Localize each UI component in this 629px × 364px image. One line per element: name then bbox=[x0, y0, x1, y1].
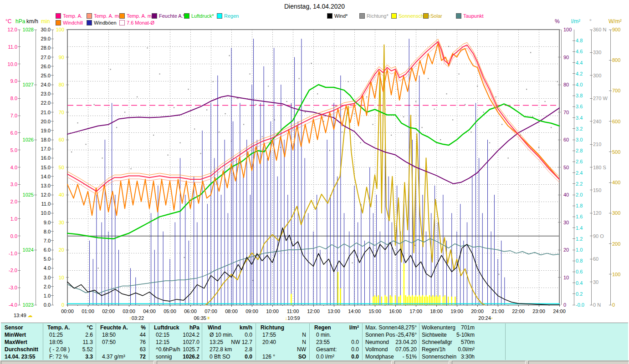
axis-tick-label: 1.2 bbox=[576, 236, 583, 242]
axis-tick-label: -3.0 bbox=[9, 285, 17, 290]
statusbar-panel bbox=[394, 361, 449, 364]
axis-tick-label: 1.0 bbox=[10, 216, 17, 222]
table-divider bbox=[149, 324, 149, 360]
axis-tick-label: 0.4 bbox=[576, 280, 583, 286]
x-axis-label: 23:00 bbox=[532, 308, 545, 314]
axis-tick-label: 2.0 bbox=[10, 199, 17, 204]
axis-tick-label: 20.0 bbox=[41, 119, 51, 124]
axis-tick-label: 8.0 bbox=[10, 96, 17, 101]
axis-tick-label: 6.0 bbox=[44, 247, 51, 253]
table-divider bbox=[309, 324, 310, 360]
axis-tick-label: 1024 bbox=[23, 247, 34, 253]
x-axis-label: 16:00 bbox=[389, 308, 402, 314]
table-divider bbox=[505, 324, 506, 360]
axis-tick-label: 4.2 bbox=[576, 71, 583, 76]
sun-moon-markers: ↑03:2206:35☀↓10:5920:24▫ bbox=[129, 315, 493, 321]
table-divider bbox=[43, 324, 43, 360]
x-axis-label: 17:00 bbox=[409, 308, 422, 314]
x-axis-label: 19:00 bbox=[450, 308, 463, 314]
axis-tick-label: -0.0 bbox=[576, 302, 584, 308]
axis-tick-label: 20 bbox=[563, 247, 569, 253]
x-axis-label: 12:00 bbox=[307, 308, 320, 314]
axis-tick-label: 23.0 bbox=[41, 91, 51, 96]
table-cell: Sensor bbox=[5, 324, 23, 331]
axis-tick-label: 0 N bbox=[593, 302, 601, 308]
axis-tick-label: 0.0 bbox=[10, 233, 17, 239]
table-divider bbox=[96, 324, 96, 360]
axis-tick-label: 1.6 bbox=[576, 214, 583, 219]
x-axis-label: 18:00 bbox=[430, 308, 443, 314]
axis-tick-label: 80 bbox=[59, 82, 64, 87]
statusbar-panel bbox=[528, 361, 629, 364]
axis-tick-label: 5.0 bbox=[10, 147, 17, 153]
axis-tick-label: 4.6 bbox=[576, 49, 583, 54]
sun-outline-icon: ▫ bbox=[491, 315, 493, 321]
axis-tick-label: 4.0 bbox=[44, 265, 51, 271]
statusbar-panel bbox=[1, 361, 154, 364]
axis-tick-label: 60 bbox=[59, 137, 64, 142]
axis-tick-label: 19.0 bbox=[41, 128, 51, 133]
axis-tick-label: 60 bbox=[563, 137, 569, 142]
astro-time-marker: ↓10:59 bbox=[285, 315, 300, 321]
x-axis-label: 03:00 bbox=[123, 308, 135, 314]
x-axis-label: 09:00 bbox=[245, 308, 258, 314]
axis-tick-label: 14.0 bbox=[41, 174, 51, 179]
axis-tick-label: 150 bbox=[593, 187, 601, 193]
axis-tick-label: 9.0 bbox=[44, 220, 51, 225]
table-cell: Richtung bbox=[261, 324, 284, 331]
astro-time-marker: 06:35☀ bbox=[194, 315, 210, 321]
axis-tick-label: 13.0 bbox=[41, 183, 51, 188]
x-axis-label: 10:00 bbox=[266, 308, 279, 314]
axis-tick-label: 900 bbox=[612, 27, 620, 32]
x-axis-label: 04:00 bbox=[143, 308, 156, 314]
weather-app-window: { "title": "Dienstag, 14.04.2020", "colo… bbox=[0, 0, 629, 364]
axis-tick-label: 4.4 bbox=[576, 60, 583, 66]
axis-tick-label: 10.0 bbox=[41, 210, 51, 216]
x-axis-label: 21:00 bbox=[491, 308, 504, 314]
axis-tick-label: 90 bbox=[59, 55, 64, 60]
axis-tick-label: 18.0 bbox=[41, 137, 51, 142]
axis-tick-label: 700 bbox=[612, 88, 620, 93]
axis-tick-label: 3.0 bbox=[10, 182, 17, 187]
axis-tick-label: 0 bbox=[563, 302, 566, 308]
axis-tick-label: 10 bbox=[563, 275, 569, 280]
axis-tick-label: 0 bbox=[612, 302, 615, 308]
axis-tick-label: 30 bbox=[59, 220, 64, 225]
axis-tick-label: 3.2 bbox=[576, 126, 583, 131]
axis-tick-label: 1028 bbox=[23, 27, 34, 32]
axis-tick-label: 2.0 bbox=[576, 192, 583, 197]
axis-tick-label: 1027 bbox=[23, 82, 34, 87]
stats-table: SensorMinWertMaxWertDurchschnitt14.04. 2… bbox=[1, 323, 628, 361]
x-axis-label: 02:00 bbox=[102, 308, 115, 314]
axis-tick-label: 4.0 bbox=[10, 165, 17, 170]
axis-tick-label: 330 bbox=[593, 50, 601, 55]
axis-tick-label: 70 bbox=[59, 110, 64, 115]
x-axis: 00:0001:0002:0003:0004:0005:0006:0007:00… bbox=[61, 305, 566, 314]
x-axis-label: 05:00 bbox=[164, 308, 176, 314]
axis-tick-label: 40 bbox=[563, 192, 569, 197]
table-cell: MinWert bbox=[5, 332, 26, 338]
axis-tick-label: 300 bbox=[612, 210, 620, 216]
table-cell: 3:30h bbox=[406, 354, 475, 360]
axis-tick-label: 4.8 bbox=[576, 38, 583, 43]
axis-tick-label: 1.8 bbox=[576, 203, 583, 208]
x-axis-label: 14:00 bbox=[348, 308, 361, 314]
x-axis-label: 11:00 bbox=[287, 308, 299, 314]
axis-tick-label: 90 O bbox=[593, 233, 604, 239]
axis-tick-label: 0.8 bbox=[576, 258, 583, 263]
table-cell: N bbox=[238, 332, 306, 338]
axis-tick-label: 1023 bbox=[23, 302, 34, 308]
axis-tick-label: 30 bbox=[563, 220, 569, 225]
cloud-icon: ☁ bbox=[28, 313, 33, 318]
axis-tick-label: 240 bbox=[593, 119, 601, 124]
axis-tick-label: 7.0 bbox=[10, 113, 17, 118]
axis-tick-label: 600 bbox=[612, 119, 620, 124]
axis-tick-label: 100 bbox=[56, 27, 64, 32]
moon-transit-time: 13:49 bbox=[14, 313, 26, 318]
axis-tick-label: 50 bbox=[563, 165, 569, 170]
statusbar-panel bbox=[452, 361, 526, 364]
x-axis-label: 01:00 bbox=[82, 308, 94, 314]
axis-tick-label: 1025 bbox=[23, 192, 34, 197]
axis-tick-label: 11.0 bbox=[8, 44, 17, 50]
axis-tick-label: 180 S bbox=[593, 165, 606, 170]
